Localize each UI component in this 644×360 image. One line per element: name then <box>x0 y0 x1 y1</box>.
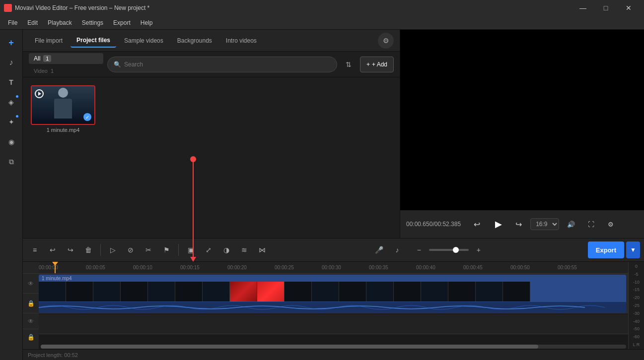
music2-button[interactable]: ♪ <box>389 242 405 258</box>
total-time: 00:52.385 <box>434 221 461 228</box>
vol-50: -50 <box>633 326 640 331</box>
zoom-slider[interactable] <box>429 249 469 251</box>
filter-all[interactable]: All 1 <box>29 53 103 64</box>
person-body <box>54 99 72 119</box>
color-icon: ◑ <box>223 246 229 254</box>
ruler-spacer <box>23 262 39 274</box>
cut-tool-button[interactable]: ✂ <box>141 242 156 258</box>
resize-button[interactable]: ⤢ <box>201 242 216 258</box>
filter-video-label: Video <box>34 68 48 74</box>
color-button[interactable]: ◑ <box>218 242 234 258</box>
waveform-svg <box>39 302 626 313</box>
sidebar-more-btn[interactable]: ⧉ <box>2 153 20 171</box>
sidebar-text-btn[interactable]: T <box>2 73 20 91</box>
plus-icon: + <box>8 38 14 48</box>
tab-sample-videos[interactable]: Sample videos <box>118 34 169 47</box>
search-input[interactable] <box>124 61 331 68</box>
media-play-icon <box>35 89 44 98</box>
track-audio-eye-btn[interactable]: 👁 <box>23 313 39 329</box>
film-frame <box>394 282 421 301</box>
film-frame <box>148 282 175 301</box>
track-eye-btn[interactable]: 👁 <box>23 274 39 294</box>
person-silhouette <box>51 88 75 122</box>
film-frame <box>66 282 93 301</box>
audio-waveform <box>39 302 626 313</box>
play-button[interactable]: ▶ <box>489 215 506 233</box>
ruler-mark-55: 00:00:55 <box>558 265 577 270</box>
menu-settings[interactable]: Settings <box>78 18 107 28</box>
timeline-scrollbar[interactable] <box>39 344 628 349</box>
menu-edit[interactable]: Edit <box>23 18 42 28</box>
block-tool-button[interactable]: ⊘ <box>123 242 139 258</box>
sidebar-music-btn[interactable]: ♪ <box>2 54 20 71</box>
sidebar-add-btn[interactable]: + <box>2 34 20 52</box>
sidebar-transitions-btn[interactable]: ◈ <box>2 93 20 111</box>
filter-all-label: All <box>34 55 40 62</box>
delete-button[interactable]: 🗑 <box>80 242 96 258</box>
sidebar-stickers-btn[interactable]: ◉ <box>2 133 20 151</box>
add-media-button[interactable]: + + Add <box>360 57 394 72</box>
track-audio-lock-btn[interactable]: 🔒 <box>23 329 39 345</box>
sort-button[interactable]: ⇅ <box>341 57 356 72</box>
close-button[interactable]: ✕ <box>617 0 640 16</box>
media-item[interactable]: ✓ 1 minute.mp4 <box>31 85 95 133</box>
track-content-area: 1 minute.mp4 <box>39 274 628 344</box>
zoom-out-button[interactable]: − <box>411 242 427 258</box>
aspect-ratio-select[interactable]: 16:9 4:3 1:1 9:16 <box>530 218 559 230</box>
audio-button[interactable]: ≋ <box>236 242 252 258</box>
main-layout: + ♪ T ◈ ✦ ◉ ⧉ File i <box>0 30 644 360</box>
undo-button[interactable]: ↩ <box>45 242 61 258</box>
tab-backgrounds[interactable]: Backgrounds <box>171 34 218 47</box>
person-head <box>58 88 68 98</box>
zoom-in-button[interactable]: + <box>471 242 487 258</box>
sort-icon: ⇅ <box>346 60 352 68</box>
film-frame <box>93 282 121 301</box>
film-frame <box>448 282 476 301</box>
menu-playback[interactable]: Playback <box>44 18 76 28</box>
music2-icon: ♪ <box>395 246 399 254</box>
preview-settings-button[interactable]: ⚙ <box>603 216 619 232</box>
filter-video[interactable]: Video 1 <box>29 66 103 76</box>
redo-icon: ↪ <box>68 246 73 254</box>
tab-file-import[interactable]: File import <box>29 34 69 47</box>
menu-file[interactable]: File <box>4 18 21 28</box>
crop-button[interactable]: ▣ <box>183 242 199 258</box>
tab-intro-videos[interactable]: Intro videos <box>220 34 263 47</box>
video-clip[interactable]: 1 minute.mp4 <box>39 275 626 304</box>
film-frame <box>476 282 503 301</box>
fullscreen-button[interactable]: ⛶ <box>583 216 599 232</box>
music-icon: ♪ <box>9 58 13 67</box>
window-title: Movavi Video Editor – Free version – New… <box>15 4 149 11</box>
track-lock-btn[interactable]: 🔒 <box>23 294 39 313</box>
menu-export[interactable]: Export <box>109 18 135 28</box>
maximize-button[interactable]: □ <box>594 0 617 16</box>
titlebar: Movavi Video Editor – Free version – New… <box>0 0 644 16</box>
minimize-button[interactable]: — <box>572 0 594 16</box>
settings-icon: ⚙ <box>608 221 614 228</box>
sidebar-effects-btn[interactable]: ✦ <box>2 113 20 131</box>
scrollbar-thumb[interactable] <box>41 345 538 349</box>
export-dropdown-button[interactable]: ▼ <box>626 241 640 258</box>
voice-button[interactable]: 🎤 <box>371 242 387 258</box>
filter-video-count: 1 <box>51 68 54 74</box>
redo-button[interactable]: ↪ <box>63 242 78 258</box>
menu-help[interactable]: Help <box>137 18 157 28</box>
media-thumbnail[interactable]: ✓ <box>31 85 95 125</box>
stickers-icon: ◉ <box>8 138 14 146</box>
marker-button[interactable]: ⚑ <box>158 242 174 258</box>
cursor-tool-button[interactable]: ▷ <box>105 242 121 258</box>
timeline-settings-button[interactable]: ≡ <box>27 242 43 258</box>
search-box[interactable]: 🔍 <box>107 57 337 72</box>
playhead-triangle <box>52 262 58 266</box>
timeline-content: 👁 🔒 👁 🔒 <box>23 262 644 349</box>
speed-button[interactable]: ⋈ <box>254 242 270 258</box>
rewind-button[interactable]: ↩ <box>469 216 485 232</box>
ruler-mark-30: 00:00:30 <box>322 265 341 270</box>
export-button[interactable]: Export <box>588 241 624 258</box>
forward-button[interactable]: ↪ <box>510 216 526 232</box>
tab-project-files[interactable]: Project files <box>71 34 116 48</box>
gear-icon: ⚙ <box>383 37 389 45</box>
volume-button[interactable]: 🔊 <box>563 216 579 232</box>
preview-settings-icon[interactable]: ⚙ <box>378 33 394 49</box>
search-icon: 🔍 <box>114 61 121 68</box>
